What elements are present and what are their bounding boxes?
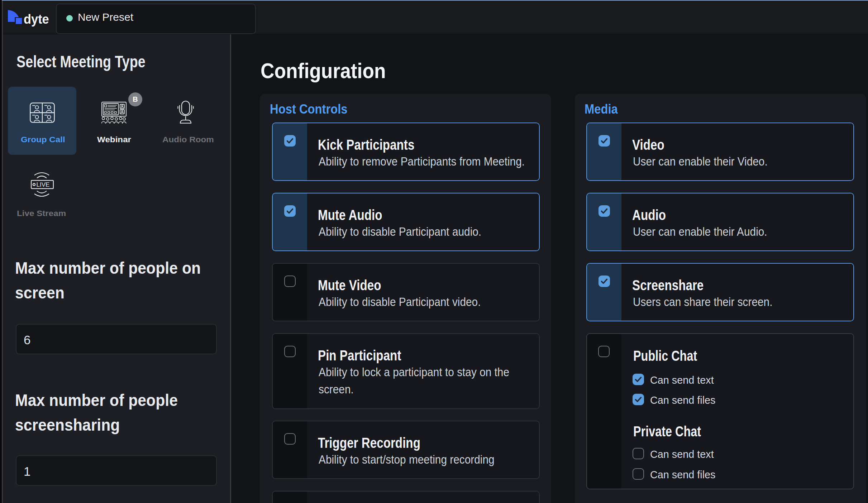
svg-text:LIVE: LIVE xyxy=(37,181,50,188)
